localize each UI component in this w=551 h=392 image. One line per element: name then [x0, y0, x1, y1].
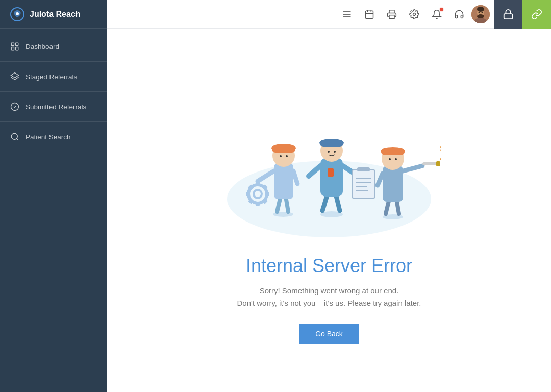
sidebar-item-dashboard-label: Dashboard — [26, 43, 59, 51]
svg-rect-13 — [366, 11, 373, 18]
calendar-icon-btn[interactable] — [359, 4, 380, 24]
svg-point-76 — [389, 158, 391, 160]
lock-icon — [503, 9, 514, 20]
svg-point-77 — [395, 158, 397, 160]
menu-icon-btn[interactable] — [337, 4, 357, 24]
sidebar-logo: Julota Reach — [0, 0, 107, 29]
svg-rect-5 — [16, 47, 18, 50]
go-back-button[interactable]: Go Back — [299, 324, 359, 344]
sidebar-navigation: Dashboard Staged Referrals Submitted Ref… — [0, 29, 107, 150]
svg-rect-36 — [272, 145, 295, 153]
search-icon — [10, 132, 19, 141]
sidebar-item-staged-referrals-label: Staged Referrals — [26, 73, 77, 81]
headset-icon-btn[interactable] — [449, 4, 469, 24]
svg-rect-41 — [256, 182, 260, 186]
svg-line-71 — [403, 166, 422, 171]
print-icon — [387, 9, 397, 19]
svg-rect-53 — [328, 168, 334, 177]
error-title: Internal Server Error — [246, 255, 412, 277]
sidebar: Julota Reach Dashboard Staged Referrals — [0, 0, 107, 392]
layers-icon — [10, 72, 19, 81]
check-circle-icon — [10, 102, 19, 111]
link-btn[interactable] — [522, 0, 551, 29]
svg-rect-31 — [274, 163, 293, 199]
main-area: Internal Server Error Sorry! Something w… — [107, 0, 551, 392]
dashboard-icon — [10, 42, 19, 51]
svg-point-18 — [413, 13, 416, 15]
print-icon-btn[interactable] — [382, 4, 402, 24]
svg-rect-4 — [11, 47, 14, 50]
julota-logo-icon — [10, 7, 24, 21]
calendar-icon — [364, 9, 374, 19]
svg-point-59 — [328, 151, 330, 153]
sidebar-item-staged-referrals[interactable]: Staged Referrals — [0, 64, 107, 89]
menu-icon — [342, 9, 352, 19]
svg-point-60 — [334, 151, 336, 153]
svg-rect-78 — [422, 162, 438, 165]
svg-rect-52 — [320, 158, 343, 197]
error-line1: Sorry! Something went wrong at our end. — [260, 286, 399, 295]
topbar — [107, 0, 551, 29]
sidebar-item-submitted-referrals[interactable]: Submitted Referrals — [0, 94, 107, 119]
settings-icon-btn[interactable] — [404, 4, 424, 24]
lock-btn[interactable] — [494, 0, 522, 29]
svg-rect-70 — [383, 166, 403, 202]
sidebar-item-patient-search-label: Patient Search — [26, 133, 71, 141]
svg-rect-42 — [256, 202, 260, 206]
link-icon — [531, 9, 542, 20]
svg-rect-79 — [436, 161, 440, 166]
svg-rect-75 — [381, 148, 405, 155]
svg-marker-6 — [11, 73, 19, 78]
svg-rect-26 — [504, 14, 513, 19]
svg-point-1 — [16, 12, 19, 15]
svg-line-9 — [16, 138, 18, 140]
svg-rect-2 — [11, 43, 14, 45]
svg-point-22 — [479, 11, 480, 13]
svg-point-37 — [280, 155, 282, 157]
notification-icon — [432, 9, 442, 19]
topbar-actions — [494, 0, 551, 29]
svg-rect-44 — [265, 192, 269, 196]
svg-rect-62 — [357, 167, 370, 172]
error-content: Internal Server Error Sorry! Something w… — [107, 29, 551, 392]
app-name: Julota Reach — [30, 10, 81, 19]
error-line2: Don't worry, it's not you – it's us. Ple… — [237, 299, 421, 307]
svg-point-24 — [477, 7, 484, 12]
svg-point-8 — [11, 133, 17, 139]
sidebar-item-submitted-referrals-label: Submitted Referrals — [26, 103, 86, 111]
svg-point-38 — [286, 155, 288, 157]
svg-point-25 — [477, 14, 484, 18]
svg-rect-43 — [246, 192, 250, 196]
avatar-svg — [471, 5, 490, 23]
error-illustration — [217, 77, 441, 240]
svg-rect-58 — [320, 140, 343, 147]
sidebar-item-patient-search[interactable]: Patient Search — [0, 124, 107, 150]
sidebar-item-dashboard[interactable]: Dashboard — [0, 34, 107, 59]
svg-rect-17 — [389, 15, 394, 18]
svg-point-23 — [482, 11, 483, 13]
settings-icon — [409, 9, 419, 19]
avatar[interactable] — [471, 5, 490, 23]
notification-icon-btn[interactable] — [427, 4, 447, 24]
avatar-face — [471, 5, 490, 23]
svg-rect-3 — [16, 43, 18, 45]
topbar-icons — [337, 4, 494, 24]
error-subtitle: Sorry! Something went wrong at our end. … — [237, 285, 421, 309]
svg-rect-61 — [352, 170, 375, 198]
headset-icon — [454, 9, 464, 19]
